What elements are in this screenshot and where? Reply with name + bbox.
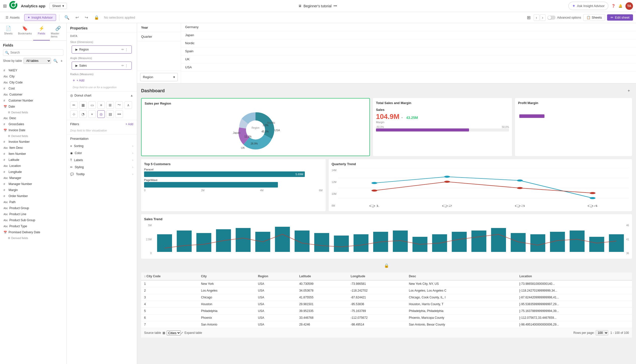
field-item[interactable]: #%KEY [0,67,66,73]
advanced-options-toggle[interactable]: Advanced options [547,16,581,20]
field-item[interactable]: #Cost [0,85,66,92]
table-row[interactable]: 3 Chicago USA 41.875555 -87.624421 Chica… [141,294,632,301]
field-item[interactable]: AbcPath [0,199,66,205]
viz-icon-grid[interactable]: ⊞ [106,101,114,109]
add-radius-field[interactable]: + + Add [69,77,134,84]
field-item[interactable]: AbcProduct Type [0,223,66,229]
add-field-icon[interactable]: + [60,58,63,64]
pres-item-tooltip[interactable]: 💬 Tooltip › [67,171,137,178]
viz-icon-area[interactable]: ∧ [124,101,132,109]
next-arrow-btn[interactable]: › [540,14,546,21]
table-row[interactable]: 1 New York USA 40.730599 -73.986581 New … [141,280,632,287]
tutorial-more-icon[interactable]: ••• [333,4,337,8]
edit-sheet-button[interactable]: ✏ Edit sheet [607,14,633,21]
field-item-derived[interactable]: Derived fields [0,110,66,115]
field-item-invoice-number[interactable]: #Invoice Number [0,139,66,145]
sales-more-icon[interactable]: ⋮ [125,64,128,67]
field-item[interactable]: AbcProduct Group [0,205,66,211]
add-filter-btn[interactable]: + Add [125,122,133,126]
field-item[interactable]: AbcProduct Line [0,211,66,217]
pres-item-labels[interactable]: T Labels › [67,157,137,164]
field-item[interactable]: #Longitude [0,169,66,175]
rows-per-page-selector[interactable]: 100 [596,330,608,336]
source-table-selector[interactable]: Cities [167,331,181,335]
viz-icon-stack[interactable]: ≡ [97,101,105,109]
pres-item-sorting[interactable]: ≡ Sorting › [67,143,137,150]
field-item-customer-number[interactable]: #Customer Number [0,98,66,104]
region-dropdown[interactable]: Region ▾ [140,73,178,81]
toggle-track[interactable] [547,16,556,20]
field-item-derived-bottom[interactable]: Derived fields [0,235,66,241]
expand-table-btn[interactable]: ⤢ Expand table [181,331,202,335]
field-item[interactable]: 📅Invoice Date [0,127,66,133]
field-item-derived[interactable]: Derived fields [0,133,66,139]
ask-insight-btn[interactable]: ✦ Ask Insight Advisor [568,2,608,10]
lock-btn[interactable]: 🔒 [92,14,101,21]
field-item[interactable]: AbcLocation [0,163,66,169]
region-nordic[interactable]: Nordic [181,39,636,47]
field-item[interactable]: #GrossSales [0,121,66,127]
col-city-code[interactable]: ↕ City Code [141,272,198,280]
sales-field-item[interactable]: ▶ Sales ✏ ⋮ [72,62,132,70]
sales-edit-icon[interactable]: ✏ [121,64,124,67]
field-item[interactable]: AbcCity Code [0,79,66,85]
smart-search-btn[interactable]: 🔍 [62,14,71,21]
col-longitude[interactable]: Longitude [348,272,406,280]
field-more-icon[interactable]: ⋮ [125,48,128,51]
table-row[interactable]: 2 Los Angeles USA 34.053678 -118.242702 … [141,287,632,294]
field-item[interactable]: #Margin [0,187,66,193]
fields-search-input[interactable] [3,49,63,56]
col-region[interactable]: Region [255,272,296,280]
sidebar-tab-bookmarks[interactable]: 🔖 Bookmarks [17,23,33,40]
app-grid-icon[interactable]: ⊞ [3,3,7,9]
table-row[interactable]: 6 Phoenix USA 33.446768 -112.075672 Phoe… [141,314,632,321]
pres-item-color[interactable]: ◉ Color › [67,150,137,157]
help-icon[interactable]: ❓ [611,4,615,8]
viz-icon-pie[interactable]: ◔ [79,110,87,118]
region-usa[interactable]: USA [181,63,636,71]
undo-btn[interactable]: ↩ [73,14,81,21]
redo-btn[interactable]: ↪ [83,14,90,21]
table-row[interactable]: 7 San Antonio USA 29.4246 -98.49514 San … [141,321,632,328]
prev-arrow-btn[interactable]: ‹ [534,14,539,21]
viz-icon-heat[interactable]: ▤ [106,110,114,118]
table-row[interactable]: 4 Houston USA 29.981501 -95.53836 Housto… [141,301,632,308]
field-item[interactable]: #Item Number [0,151,66,157]
sidebar-tab-fields[interactable]: ⚡ Fields [33,23,50,40]
viz-icon-scatter[interactable]: ⊹ [70,110,78,118]
field-item[interactable]: AbcCustomer [0,92,66,98]
sheet-selector[interactable]: Sheet ▾ [50,3,67,9]
viz-icon-table[interactable]: ▦ [79,101,87,109]
field-item[interactable]: AbcItem Desc [0,145,66,151]
year-item[interactable]: Year [137,23,181,32]
bell-icon[interactable]: 🔔 [618,4,622,8]
field-item[interactable]: 📅Date [0,104,66,110]
region-japan[interactable]: Japan [181,31,636,39]
insight-advisor-tab[interactable]: ✦ Insight Advisor [24,14,56,21]
add-visualization-btn[interactable]: + [626,87,632,94]
viz-icon-bar[interactable]: ▭ [88,101,96,109]
sidebar-tab-sheets[interactable]: 📄 Sheets [0,23,17,40]
region-spain[interactable]: Spain [181,47,636,55]
viz-header[interactable]: ◎ Donut chart ▲ [67,92,137,99]
viz-icon-funnel[interactable]: ⌖ [88,110,96,118]
region-field-item[interactable]: ▶ Region ✏ ⋮ [72,46,132,54]
grid-view-icon[interactable]: ⊞ [526,14,532,21]
table-selector[interactable]: All tables [23,58,51,64]
field-item[interactable]: #Order Number [0,193,66,199]
field-item[interactable]: AbcManager [0,175,66,181]
table-row[interactable]: 5 Philadelphia USA 39.952335 -75.163789 … [141,308,632,314]
viz-icon-donut[interactable]: ◎ [97,110,105,118]
sheets-button[interactable]: 📋 Sheets [583,14,605,21]
field-item[interactable]: #Latitude [0,157,66,163]
pres-item-styling[interactable]: ✏ Styling › [67,164,137,171]
col-city[interactable]: City [198,272,255,280]
search-fields-icon[interactable]: 🔍 [53,58,58,64]
col-location[interactable]: Location [516,272,632,280]
region-uk[interactable]: UK [181,55,636,63]
field-item[interactable]: AbcProduct Sub Group [0,217,66,223]
field-edit-icon[interactable]: ✏ [121,48,124,51]
user-avatar[interactable]: TA [625,2,633,10]
col-latitude[interactable]: Latitude [296,272,348,280]
field-item[interactable]: 📅Promised Delivery Date [0,229,66,235]
